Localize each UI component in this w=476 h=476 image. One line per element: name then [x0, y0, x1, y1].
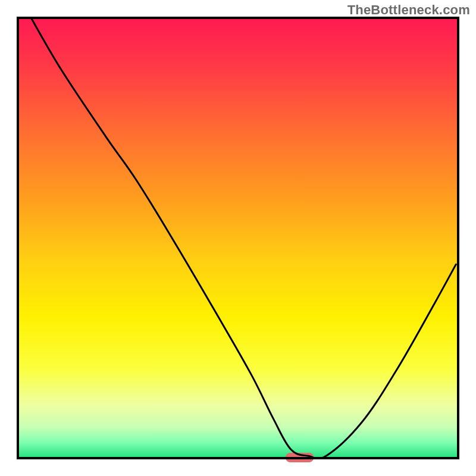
plot-area	[18, 18, 458, 462]
gradient-background	[18, 18, 458, 458]
watermark-text: TheBottleneck.com	[347, 2, 470, 18]
chart-container: TheBottleneck.com	[0, 0, 476, 476]
bottleneck-chart	[0, 0, 476, 476]
